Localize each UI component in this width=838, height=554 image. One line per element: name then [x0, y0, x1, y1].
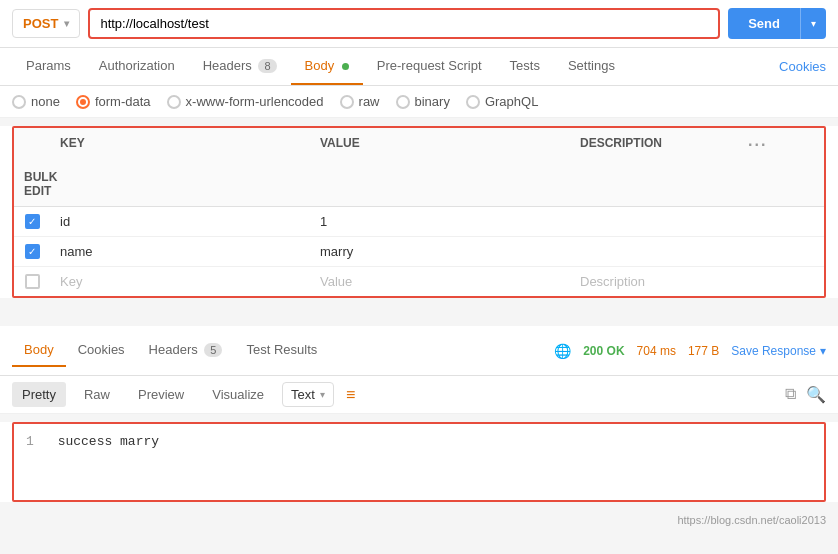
placeholder-checkbox — [25, 274, 40, 289]
res-tab-body[interactable]: Body — [12, 334, 66, 367]
response-actions: ⧉ 🔍 — [785, 385, 826, 404]
wrap-icon[interactable]: ≡ — [346, 386, 355, 404]
format-tab-raw[interactable]: Raw — [74, 382, 120, 407]
method-label: POST — [23, 16, 58, 31]
format-select[interactable]: Text ▾ — [282, 382, 334, 407]
save-chevron-icon: ▾ — [820, 344, 826, 358]
res-tab-cookies[interactable]: Cookies — [66, 334, 137, 367]
tab-headers[interactable]: Headers 8 — [189, 48, 291, 85]
time-value: 704 ms — [637, 344, 676, 358]
nav-tabs: Params Authorization Headers 8 Body Pre-… — [0, 48, 838, 86]
option-raw[interactable]: raw — [340, 94, 380, 109]
cookies-link[interactable]: Cookies — [779, 49, 826, 84]
tab-body[interactable]: Body — [291, 48, 363, 85]
response-header: Body Cookies Headers 5 Test Results 🌐 20… — [0, 326, 838, 376]
size-value: 177 B — [688, 344, 719, 358]
format-select-label: Text — [291, 387, 315, 402]
table-row-placeholder: Key Value Description — [14, 267, 824, 296]
tab-prerequest[interactable]: Pre-request Script — [363, 48, 496, 85]
status-badge: 200 OK — [583, 344, 624, 358]
response-body-wrapper: 1 success marry — [0, 422, 838, 502]
format-tab-preview[interactable]: Preview — [128, 382, 194, 407]
format-tab-visualize[interactable]: Visualize — [202, 382, 274, 407]
table-wrapper: KEY VALUE DESCRIPTION ··· Bulk Edit id 1… — [12, 126, 826, 298]
res-meta: 🌐 200 OK 704 ms 177 B Save Response ▾ — [554, 343, 826, 359]
response-subheader: Pretty Raw Preview Visualize Text ▾ ≡ ⧉ … — [0, 376, 838, 414]
top-bar: POST ▾ Send ▾ — [0, 0, 838, 48]
response-body: 1 success marry — [12, 422, 826, 502]
save-response-button[interactable]: Save Response ▾ — [731, 344, 826, 358]
tab-authorization[interactable]: Authorization — [85, 48, 189, 85]
url-input-wrapper — [88, 8, 720, 39]
watermark: https://blog.csdn.net/caoli2013 — [0, 510, 838, 530]
table-row: id 1 — [14, 207, 824, 237]
search-icon[interactable]: 🔍 — [806, 385, 826, 404]
table-header: KEY VALUE DESCRIPTION ··· Bulk Edit — [14, 128, 824, 207]
option-urlencoded[interactable]: x-www-form-urlencoded — [167, 94, 324, 109]
body-options: none form-data x-www-form-urlencoded raw… — [0, 86, 838, 118]
method-chevron-icon: ▾ — [64, 18, 69, 29]
globe-icon: 🌐 — [554, 343, 571, 359]
option-graphql[interactable]: GraphQL — [466, 94, 538, 109]
row2-checkbox[interactable] — [25, 244, 40, 259]
spacer — [0, 306, 838, 326]
row1-checkbox[interactable] — [25, 214, 40, 229]
url-input[interactable] — [100, 16, 708, 31]
copy-icon[interactable]: ⧉ — [785, 385, 796, 404]
format-select-arrow-icon: ▾ — [320, 389, 325, 400]
option-form-data[interactable]: form-data — [76, 94, 151, 109]
tab-settings[interactable]: Settings — [554, 48, 629, 85]
send-arrow-button[interactable]: ▾ — [800, 8, 826, 39]
option-none[interactable]: none — [12, 94, 60, 109]
res-tab-test-results[interactable]: Test Results — [234, 334, 329, 367]
res-tab-headers[interactable]: Headers 5 — [137, 334, 235, 367]
tab-tests[interactable]: Tests — [496, 48, 554, 85]
table-section: KEY VALUE DESCRIPTION ··· Bulk Edit id 1… — [0, 126, 838, 298]
method-button[interactable]: POST ▾ — [12, 9, 80, 38]
send-button-group: Send ▾ — [728, 8, 826, 39]
line-number: 1 — [26, 434, 34, 449]
option-binary[interactable]: binary — [396, 94, 450, 109]
tab-params[interactable]: Params — [12, 48, 85, 85]
table-row: name marry — [14, 237, 824, 267]
format-tab-pretty[interactable]: Pretty — [12, 382, 66, 407]
response-text: success marry — [58, 434, 159, 449]
send-button[interactable]: Send — [728, 8, 800, 39]
